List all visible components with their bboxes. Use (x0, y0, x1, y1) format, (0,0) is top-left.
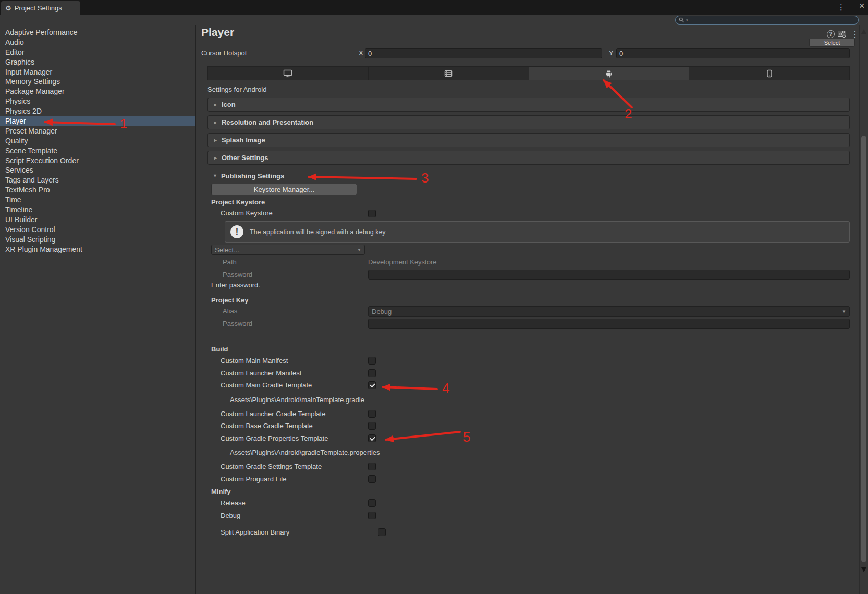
keystore-info-box: ! The application will be signed with a … (225, 221, 850, 243)
sidebar-item-label: Input Manager (5, 68, 52, 76)
search-filter-dropdown-icon[interactable]: ▾ (686, 18, 688, 22)
minify-row: Debug (221, 510, 700, 522)
sidebar-item[interactable]: Graphics (0, 57, 195, 67)
search-field: ▾ (675, 16, 859, 25)
custom-keystore-label: Custom Keystore (221, 209, 273, 217)
build-row-checkbox[interactable] (368, 422, 376, 430)
sidebar-item[interactable]: Physics 2D (0, 106, 195, 116)
split-application-binary-checkbox[interactable] (378, 528, 386, 536)
settings-category-list: Adaptive Performance Audio Editor Graphi… (0, 28, 195, 254)
project-key-header: Project Key (211, 296, 249, 305)
sidebar-item-label: Editor (5, 48, 25, 56)
section-foldout[interactable]: ► Other Settings (207, 151, 850, 165)
scrollbar-thumb[interactable] (861, 136, 866, 562)
sidebar-item[interactable]: Services (0, 165, 195, 175)
sidebar-item[interactable]: Adaptive Performance (0, 28, 195, 38)
section-label: Resolution and Presentation (222, 118, 313, 126)
build-row-checkbox[interactable] (368, 410, 376, 418)
build-options-list: Custom Main Manifest Custom Launcher Man… (221, 355, 700, 485)
gradle-template-path: Assets\Plugins\Android\mainTemplate.grad… (221, 392, 700, 408)
cursor-hotspot-x-input[interactable] (365, 48, 602, 58)
content-bottom-border (207, 547, 850, 547)
sidebar-item[interactable]: TextMesh Pro (0, 185, 195, 195)
search-icon (679, 17, 684, 23)
tab-standalone[interactable] (208, 67, 369, 80)
scroll-up-icon[interactable] (861, 29, 866, 34)
sidebar-item[interactable]: XR Plugin Management (0, 245, 195, 254)
tab-android[interactable] (529, 67, 690, 80)
custom-keystore-checkbox[interactable] (368, 210, 376, 217)
chevron-down-icon: ▼ (842, 309, 846, 314)
window-maximize-icon[interactable] (849, 5, 854, 9)
section-foldout-publishing-settings[interactable]: ▼ Publishing Settings (207, 170, 284, 181)
mobile-device-icon (766, 69, 773, 78)
android-icon (604, 69, 614, 78)
sidebar-item[interactable]: Tags and Layers (0, 175, 195, 185)
sidebar-item[interactable]: Version Control (0, 225, 195, 235)
sidebar-item[interactable]: UI Builder (0, 215, 195, 225)
build-row-checkbox[interactable] (368, 463, 376, 470)
build-row: Custom Gradle Settings Template (221, 460, 700, 473)
sidebar-item[interactable]: Memory Settings (0, 77, 195, 87)
build-row-label: Custom Launcher Gradle Template (221, 410, 325, 418)
sidebar-item[interactable]: Editor (0, 47, 195, 57)
minify-row-checkbox[interactable] (368, 512, 376, 519)
gear-icon: ⚙ (5, 4, 11, 12)
gradle-template-path: Assets\Plugins\Android\gradleTemplate.pr… (221, 444, 700, 460)
minify-row-checkbox[interactable] (368, 499, 376, 507)
platform-tab-bar (207, 66, 850, 80)
section-label: Splash Image (222, 136, 265, 144)
sidebar-item-label: TextMesh Pro (5, 186, 50, 194)
build-row-label: Custom Main Manifest (221, 357, 288, 365)
presets-icon[interactable] (838, 31, 846, 38)
section-foldout[interactable]: ► Resolution and Presentation (207, 115, 850, 129)
build-row-label: Custom Launcher Manifest (221, 369, 301, 377)
minify-row-label: Release (221, 499, 246, 507)
sidebar-item[interactable]: Player (0, 116, 195, 126)
search-input[interactable] (690, 17, 855, 23)
build-row-checkbox[interactable] (368, 357, 376, 365)
build-row-checkbox[interactable] (368, 381, 376, 389)
sidebar-item[interactable]: Physics (0, 96, 195, 106)
more-options-icon[interactable]: ⋮ (851, 29, 859, 39)
sidebar-item-label: Version Control (5, 225, 55, 234)
tab-ios[interactable] (689, 67, 849, 80)
section-foldout[interactable]: ► Splash Image (207, 133, 850, 147)
build-row: Custom Launcher Manifest (221, 367, 700, 380)
sidebar-item[interactable]: Script Execution Order (0, 156, 195, 166)
select-button[interactable]: Select (809, 39, 855, 47)
sidebar-item[interactable]: Time (0, 195, 195, 205)
window-close-icon[interactable]: × (859, 2, 865, 10)
scroll-down-icon[interactable] (861, 567, 866, 572)
foldout-collapsed-icon: ► (213, 102, 218, 107)
window-tab-project-settings[interactable]: ⚙ Project Settings (1, 1, 80, 15)
build-row-checkbox[interactable] (368, 369, 376, 377)
desktop-icon (283, 69, 292, 78)
sidebar-item[interactable]: Audio (0, 38, 195, 47)
sidebar-item[interactable]: Timeline (0, 205, 195, 215)
sidebar-item[interactable]: Quality (0, 136, 195, 146)
vertical-scrollbar[interactable] (859, 25, 868, 594)
window-menu-icon[interactable]: ⋮ (837, 3, 845, 11)
keystore-password-input[interactable] (368, 270, 850, 280)
key-password-input[interactable] (368, 319, 850, 329)
tab-dedicated-server[interactable] (369, 67, 529, 80)
keystore-path-value: Development Keystore (368, 258, 437, 266)
sidebar-item[interactable]: Visual Scripting (0, 235, 195, 245)
sidebar-divider[interactable] (195, 25, 196, 594)
minify-header: Minify (211, 488, 231, 496)
keystore-manager-button[interactable]: Keystore Manager... (211, 184, 357, 195)
alias-dropdown[interactable]: Debug ▼ (368, 306, 850, 317)
help-icon[interactable]: ? (827, 30, 835, 38)
minify-options-list: Release Debug (221, 497, 700, 522)
build-row-checkbox[interactable] (368, 434, 376, 442)
cursor-hotspot-y-input[interactable] (616, 48, 850, 58)
keystore-select-dropdown[interactable]: Select... ▼ (211, 245, 365, 255)
sidebar-item[interactable]: Scene Template (0, 146, 195, 156)
sidebar-item[interactable]: Preset Manager (0, 126, 195, 136)
section-foldout[interactable]: ► Icon (207, 98, 850, 112)
build-row-checkbox[interactable] (368, 475, 376, 483)
sidebar-item[interactable]: Input Manager (0, 67, 195, 77)
sidebar-item[interactable]: Package Manager (0, 87, 195, 96)
foldout-collapsed-icon: ► (213, 120, 218, 125)
